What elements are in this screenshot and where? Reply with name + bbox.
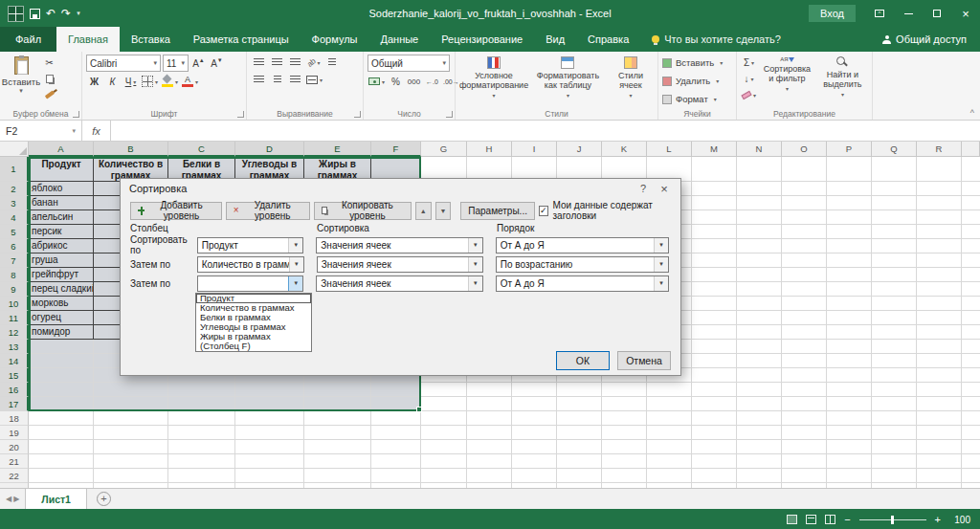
cell-Q13[interactable] <box>872 340 917 354</box>
tab-page-layout[interactable]: Разметка страницы <box>182 27 301 52</box>
sort-by-values-select[interactable]: Значения ячеек▾ <box>316 237 482 253</box>
tab-help[interactable]: Справка <box>576 27 640 52</box>
column-header-G[interactable]: G <box>421 142 467 157</box>
cell-M10[interactable] <box>692 297 737 311</box>
cell-Q11[interactable] <box>872 311 917 325</box>
sort-filter-button[interactable]: АЯ Сортировка и фильтр ▾ <box>760 55 814 107</box>
cell-H23[interactable] <box>467 483 512 488</box>
row-header-9[interactable]: 9 <box>0 282 29 297</box>
cell-M17[interactable] <box>692 397 737 411</box>
cell-N12[interactable] <box>737 325 782 340</box>
dropdown-option[interactable]: Продукт <box>196 294 311 303</box>
ribbon-display-options-button[interactable]: ^ <box>865 0 894 27</box>
row-header-6[interactable]: 6 <box>0 239 29 253</box>
cell-Q8[interactable] <box>872 268 917 282</box>
row-header-15[interactable]: 15 <box>0 368 29 383</box>
cell-A18[interactable] <box>29 411 94 426</box>
cell-Q16[interactable] <box>872 383 917 397</box>
share-button[interactable]: Общий доступ <box>869 27 980 52</box>
cell-A20[interactable] <box>29 440 94 454</box>
cell-L23[interactable] <box>647 483 692 488</box>
row-header-8[interactable]: 8 <box>0 268 29 282</box>
then-by-order-select[interactable]: По возрастанию▾ <box>496 256 669 273</box>
cell-D18[interactable] <box>235 411 304 426</box>
align-right-button[interactable] <box>287 72 303 87</box>
cell-M14[interactable] <box>692 354 737 368</box>
cell-R15[interactable] <box>917 368 962 383</box>
zoom-slider-thumb[interactable] <box>891 516 894 524</box>
cell-E22[interactable] <box>304 469 371 483</box>
cell-A3[interactable]: банан <box>29 196 94 210</box>
cell-G16[interactable] <box>421 383 467 397</box>
cell-P3[interactable] <box>827 196 872 210</box>
cell-M12[interactable] <box>692 325 737 340</box>
column-header-O[interactable]: O <box>782 142 827 157</box>
cut-button[interactable]: ✂ <box>41 55 57 70</box>
prev-sheet-button[interactable]: ◀ <box>6 495 11 503</box>
column-header-C[interactable]: C <box>168 142 235 157</box>
cell-A2[interactable]: яблоко <box>29 182 94 196</box>
sign-in-button[interactable]: Вход <box>809 5 856 22</box>
cell-N21[interactable] <box>737 454 782 469</box>
cell-O20[interactable] <box>782 440 827 454</box>
cell-Q6[interactable] <box>872 239 917 253</box>
cell-C21[interactable] <box>168 454 235 469</box>
column-header-N[interactable]: N <box>737 142 782 157</box>
cell-F19[interactable] <box>371 426 421 440</box>
cell-P22[interactable] <box>827 469 872 483</box>
cell-R22[interactable] <box>917 469 962 483</box>
cell-R18[interactable] <box>917 411 962 426</box>
row-header-23[interactable]: 23 <box>0 483 29 488</box>
cell-A15[interactable] <box>29 368 94 383</box>
cell-C20[interactable] <box>168 440 235 454</box>
column-header-K[interactable]: K <box>602 142 647 157</box>
cell-R5[interactable] <box>917 225 962 239</box>
cell-M23[interactable] <box>692 483 737 488</box>
underline-button[interactable]: Ч <box>122 74 139 89</box>
cell-M7[interactable] <box>692 253 737 268</box>
cell-M1[interactable] <box>692 157 737 182</box>
collapse-ribbon-button[interactable]: ^ <box>970 108 974 118</box>
cell-P16[interactable] <box>827 383 872 397</box>
cell-F21[interactable] <box>371 454 421 469</box>
tab-data[interactable]: Данные <box>368 27 430 52</box>
row-header-21[interactable]: 21 <box>0 454 29 469</box>
cell-K21[interactable] <box>602 454 647 469</box>
cell-K17[interactable] <box>602 397 647 411</box>
cell-D20[interactable] <box>235 440 304 454</box>
column-header-R[interactable]: R <box>917 142 962 157</box>
cell-M9[interactable] <box>692 282 737 297</box>
cell-R7[interactable] <box>917 253 962 268</box>
page-layout-view-button[interactable] <box>806 515 816 524</box>
cell-N13[interactable] <box>737 340 782 354</box>
cell-R16[interactable] <box>917 383 962 397</box>
cell-N9[interactable] <box>737 282 782 297</box>
cell-O12[interactable] <box>782 325 827 340</box>
insert-function-button[interactable]: fx <box>82 121 111 141</box>
cell-J19[interactable] <box>557 426 602 440</box>
cell-E17[interactable] <box>304 397 371 411</box>
cell-O3[interactable] <box>782 196 827 210</box>
cell-G19[interactable] <box>421 426 467 440</box>
cell-P17[interactable] <box>827 397 872 411</box>
cell-J23[interactable] <box>557 483 602 488</box>
increase-font-button[interactable]: А <box>190 55 207 71</box>
cell-N11[interactable] <box>737 311 782 325</box>
cell-N2[interactable] <box>737 182 782 196</box>
dropdown-option[interactable]: Количество в граммах <box>196 303 311 313</box>
cell-M21[interactable] <box>692 454 737 469</box>
cell-I18[interactable] <box>512 411 557 426</box>
cell-P23[interactable] <box>827 483 872 488</box>
cell-Q17[interactable] <box>872 397 917 411</box>
cell-C23[interactable] <box>168 483 235 488</box>
cell-M15[interactable] <box>692 368 737 383</box>
cell-R17[interactable] <box>917 397 962 411</box>
cell-Q4[interactable] <box>872 210 917 225</box>
number-dialog-launcher[interactable] <box>446 111 453 118</box>
cell-Q20[interactable] <box>872 440 917 454</box>
cell-L16[interactable] <box>647 383 692 397</box>
autosum-button[interactable]: Σ <box>741 55 757 70</box>
cell-M5[interactable] <box>692 225 737 239</box>
cell-I22[interactable] <box>512 469 557 483</box>
cell-A10[interactable]: морковь <box>29 297 94 311</box>
